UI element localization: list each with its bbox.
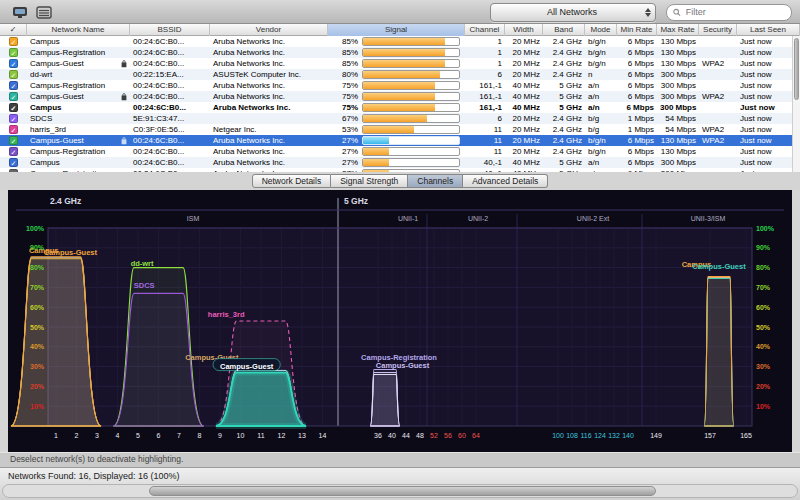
column-header-security[interactable]: Security [699,24,737,36]
filter-search-field[interactable] [666,4,792,21]
list-panel-icon[interactable] [32,3,56,21]
signal-bar [362,136,460,145]
horizontal-scrollbar-thumb[interactable] [149,486,656,496]
network-checkbox[interactable]: ✓ [9,158,18,167]
table-row-sdcs-6[interactable]: ✓SDCS5E:91:C3:47...67%620 MHz2.4 GHzb/g1… [0,113,800,124]
vertical-scrollbar[interactable] [792,36,800,172]
x-tick-label: 1 [54,432,58,439]
cell-max-rate: 300 Mbps [657,157,699,168]
signal-bar-fill [363,170,389,172]
display-panel-icon[interactable] [8,3,32,21]
y-tick-label-left: 70% [30,284,45,291]
vertical-scrollbar-thumb[interactable] [794,38,799,100]
x-tick-label: 108 [566,432,578,439]
subband-label-unii-2-ext: UNII-2 Ext [577,215,609,222]
column-header-vendor[interactable]: Vendor [210,24,328,36]
network-scope-select[interactable]: All Networks [490,3,656,22]
column-header-bssid[interactable]: BSSID [130,24,210,36]
column-header-last-seen[interactable]: Last Seen [737,24,800,36]
network-checkbox[interactable]: ✓ [9,70,18,79]
cell-width: 20 MHz [505,113,543,124]
x-tick-label: 3 [95,432,99,439]
network-checkbox[interactable]: ✓ [9,114,18,123]
signal-percent: 75% [333,80,358,91]
signal-bar [362,147,460,156]
table-row-campus-registration-11[interactable]: ✓Campus-Registration00:24:6C:B0...Aruba … [0,146,800,157]
column-header-min-rate[interactable]: Min Rate [617,24,657,36]
signal-bar [362,81,460,90]
signal-bar [362,125,460,134]
cell-band: 5 GHz [543,102,585,113]
tab-advanced-details[interactable]: Advanced Details [463,174,548,188]
network-checkbox[interactable]: ✓ [9,125,18,134]
chart-network-label: Campus-Guest [44,248,98,257]
cell-last-seen: Just now [737,135,800,146]
table-row-campus-guest-161-1[interactable]: ✓Campus-Guest00:24:6C:B0...Aruba Network… [0,91,800,102]
network-checkbox[interactable]: ✓ [9,147,18,156]
column-header-channel[interactable]: Channel [465,24,505,36]
column-header-network-name[interactable]: Network Name [27,24,130,36]
column-header-width[interactable]: Width [505,24,543,36]
network-checkbox[interactable]: ✓ [9,59,18,68]
x-tick-label: 124 [594,432,606,439]
cell-checkbox: ✓ [0,36,27,47]
x-tick-label: 36 [374,432,382,439]
cell-network-name: Campus-Guest [27,91,130,102]
cell-vendor: Netgear Inc. [210,124,328,135]
cell-signal: 27% [328,157,465,168]
table-row-dd-wrt-6[interactable]: ✓dd-wrt00:22:15:EA...ASUSTeK Computer In… [0,69,800,80]
x-tick-label: 165 [740,432,752,439]
column-header-mode[interactable]: Mode [585,24,617,36]
lock-icon [121,59,127,68]
cell-min-rate: 6 Mbps [617,102,657,113]
popup-arrows-icon [645,5,651,20]
table-row-campus-registration-161-1[interactable]: ✓Campus-Registration00:24:6C:B0...Aruba … [0,80,800,91]
cell-min-rate: 6 Mbps [617,80,657,91]
tab-channels[interactable]: Channels [408,174,463,188]
cell-network-name: Campus [27,102,130,113]
signal-bar-fill [363,126,414,133]
column-header-signal[interactable]: Signal [328,24,465,36]
cell-max-rate: 130 Mbps [657,135,699,146]
filter-input[interactable] [684,6,785,18]
table-row-campus-161-1[interactable]: ✓Campus00:24:6C:B0...Aruba Networks Inc.… [0,102,800,113]
cell-network-name: harris_3rd [27,124,130,135]
table-row-campus-40-1[interactable]: ✓Campus00:24:6C:B0...Aruba Networks Inc.… [0,157,800,168]
display-icon [12,6,28,19]
signal-bar-fill [363,93,435,100]
lock-icon [121,92,127,101]
network-checkbox[interactable]: ✓ [9,92,18,101]
table-row-campus-registration-1[interactable]: ✓Campus-Registration00:24:6C:B0...Aruba … [0,47,800,58]
network-checkbox[interactable]: ✓ [9,37,18,46]
network-checkbox[interactable]: ✓ [9,81,18,90]
cell-last-seen: Just now [737,36,800,47]
network-checkbox[interactable]: ✓ [9,103,18,112]
signal-percent: 67% [333,113,358,124]
cell-band: 2.4 GHz [543,135,585,146]
network-checkbox[interactable]: ✓ [9,136,18,145]
horizontal-scrollbar[interactable] [2,484,798,498]
cell-vendor: Aruba Networks Inc. [210,102,328,113]
cell-min-rate: 6 Mbps [617,47,657,58]
network-checkbox[interactable]: ✓ [9,169,18,172]
select-all-header[interactable]: ✓ [0,24,27,36]
x-tick-label: 11 [257,432,264,439]
table-row-campus-1[interactable]: ✓Campus00:24:6C:B0...Aruba Networks Inc.… [0,36,800,47]
table-row-campus-guest-11[interactable]: ✓Campus-Guest00:24:6C:B0...Aruba Network… [0,135,800,146]
cell-signal: 27% [328,135,465,146]
signal-percent: 53% [333,124,358,135]
network-checkbox[interactable]: ✓ [9,48,18,57]
table-row-campus-registration-40-1[interactable]: ✓Campus-Registration00:24:6C:B0...Aruba … [0,168,800,172]
cell-last-seen: Just now [737,91,800,102]
cell-channel: 161,-1 [465,91,505,102]
cell-signal: 53% [328,124,465,135]
column-header-max-rate[interactable]: Max Rate [657,24,699,36]
tab-network-details[interactable]: Network Details [252,174,332,188]
cell-max-rate: 130 Mbps [657,36,699,47]
column-header-band[interactable]: Band [543,24,585,36]
table-row-harris-3rd-11[interactable]: ✓harris_3rdC0:3F:0E:56...Netgear Inc.53%… [0,124,800,135]
signal-percent: 85% [333,47,358,58]
cell-signal: 27% [328,146,465,157]
tab-signal-strength[interactable]: Signal Strength [331,174,408,188]
table-row-campus-guest-1[interactable]: ✓Campus-Guest00:24:6C:B0...Aruba Network… [0,58,800,69]
